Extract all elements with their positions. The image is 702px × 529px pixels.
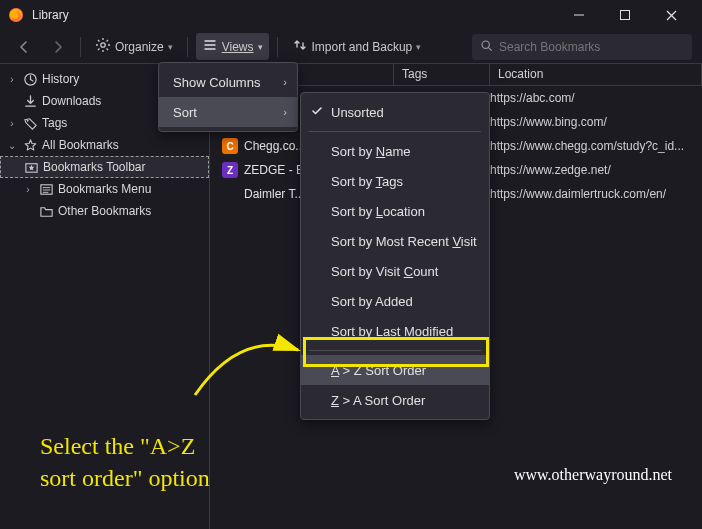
row-name: Daimler T... [244,187,304,201]
star-icon [22,137,38,153]
menu-item-sort[interactable]: Sort › [159,97,297,127]
close-button[interactable] [648,0,694,30]
row-name: Chegg.co... [244,139,305,153]
menu-label: Sort by Last Modified [331,324,453,339]
menu-item-sort-by-added[interactable]: Sort by Added [301,286,489,316]
menu-label: Sort by Most Recent Visit [331,234,477,249]
search-icon [480,39,493,55]
maximize-button[interactable] [602,0,648,30]
row-location: https://www.zedge.net/ [490,163,702,177]
sidebar-label-all-bookmarks: All Bookmarks [42,138,119,152]
menu-label: A > Z Sort Order [331,363,426,378]
chevron-right-icon: › [283,76,287,88]
menu-label: Sort by Location [331,204,425,219]
expand-icon[interactable]: › [22,184,34,195]
sidebar-item-bookmarks-toolbar[interactable]: Bookmarks Toolbar [0,156,209,178]
menu-item-sort-by-tags[interactable]: Sort by Tags [301,166,489,196]
svg-line-12 [98,49,100,51]
menu-item-az-sort-order[interactable]: A > Z Sort Order [301,355,489,385]
chegg-favicon: C [222,138,238,154]
chevron-down-icon: ▾ [168,42,173,52]
menu-item-sort-by-most-recent-visit[interactable]: Sort by Most Recent Visit [301,226,489,256]
download-icon [22,93,38,109]
expand-icon[interactable]: › [6,118,18,129]
sort-submenu: Unsorted Sort by Name Sort by Tags Sort … [300,92,490,420]
row-location: https://www.bing.com/ [490,115,702,129]
expand-icon[interactable]: › [6,74,18,85]
menu-separator [309,350,481,351]
menu-label: Sort [173,105,197,120]
sidebar-item-all-bookmarks[interactable]: ⌄ All Bookmarks [0,134,209,156]
sidebar-item-other-bookmarks[interactable]: Other Bookmarks [0,200,209,222]
menu-separator [309,131,481,132]
collapse-icon[interactable]: ⌄ [6,140,18,151]
tag-icon [22,115,38,131]
menu-label: Unsorted [331,105,384,120]
menu-item-sort-by-location[interactable]: Sort by Location [301,196,489,226]
svg-point-20 [26,119,28,121]
sidebar-label-downloads: Downloads [42,94,101,108]
column-header-tags[interactable]: Tags [394,64,490,85]
sidebar-label-bookmarks-toolbar: Bookmarks Toolbar [43,160,146,174]
chevron-down-icon: ▾ [416,42,421,52]
svg-line-18 [489,47,492,50]
organize-label: Organize [115,40,164,54]
svg-line-10 [98,40,100,42]
row-location: https://www.daimlertruck.com/en/ [490,187,702,201]
menu-item-unsorted[interactable]: Unsorted [301,97,489,127]
organize-button[interactable]: Organize ▾ [89,33,179,60]
bookmark-toolbar-icon [23,159,39,175]
folder-icon [38,203,54,219]
window-title: Library [32,8,556,22]
search-input[interactable] [499,40,684,54]
import-backup-label: Import and Backup [312,40,413,54]
menu-item-sort-by-name[interactable]: Sort by Name [301,136,489,166]
minimize-button[interactable] [556,0,602,30]
svg-rect-2 [621,11,630,20]
daimler-favicon [222,186,238,202]
menu-label: Z > A Sort Order [331,393,425,408]
toolbar: Organize ▾ Views ▾ Import and Backup ▾ [0,30,702,64]
firefox-icon [8,7,24,23]
views-button[interactable]: Views ▾ [196,33,269,60]
zedge-favicon: Z [222,162,238,178]
row-location: https://www.chegg.com/study?c_id... [490,139,702,153]
forward-button[interactable] [44,35,72,59]
sidebar: › History Downloads › Tags ⌄ All Bookmar… [0,64,210,529]
sidebar-label-other-bookmarks: Other Bookmarks [58,204,151,218]
svg-line-11 [107,49,109,51]
gear-icon [95,37,111,56]
menu-item-show-columns[interactable]: Show Columns › [159,67,297,97]
clock-icon [22,71,38,87]
menu-label: Show Columns [173,75,260,90]
menu-label: Sort by Tags [331,174,403,189]
svg-line-13 [107,40,109,42]
menu-label: Sort by Name [331,144,410,159]
chevron-down-icon: ▾ [258,42,263,52]
menu-item-sort-by-last-modified[interactable]: Sort by Last Modified [301,316,489,346]
sidebar-item-bookmarks-menu[interactable]: › Bookmarks Menu [0,178,209,200]
sidebar-label-tags: Tags [42,116,67,130]
sidebar-label-history: History [42,72,79,86]
import-export-icon [292,37,308,56]
list-icon [202,37,218,56]
chevron-right-icon: › [283,106,287,118]
views-label: Views [222,40,254,54]
column-header-location[interactable]: Location [490,64,702,85]
title-bar: Library [0,0,702,30]
menu-label: Sort by Added [331,294,413,309]
window-controls [556,0,694,30]
row-location: https://abc.com/ [490,91,702,105]
menu-item-sort-by-visit-count[interactable]: Sort by Visit Count [301,256,489,286]
svg-point-5 [101,43,105,47]
menu-item-za-sort-order[interactable]: Z > A Sort Order [301,385,489,415]
import-backup-button[interactable]: Import and Backup ▾ [286,33,428,60]
search-box[interactable] [472,34,692,60]
bookmark-menu-icon [38,181,54,197]
views-menu: Show Columns › Sort › [158,62,298,132]
check-icon [311,105,323,120]
sidebar-label-bookmarks-menu: Bookmarks Menu [58,182,151,196]
back-button[interactable] [10,35,38,59]
menu-label: Sort by Visit Count [331,264,438,279]
